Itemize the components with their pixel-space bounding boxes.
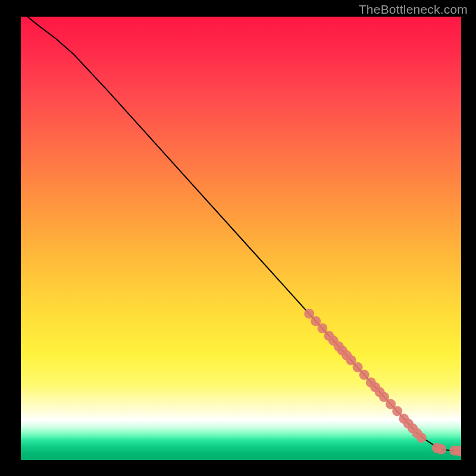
data-markers bbox=[304, 309, 461, 456]
plot-area bbox=[21, 17, 461, 460]
data-marker bbox=[436, 444, 446, 455]
data-marker bbox=[416, 433, 427, 443]
chart-container: TheBottleneck.com bbox=[0, 0, 476, 476]
chart-overlay bbox=[21, 17, 461, 460]
watermark-text: TheBottleneck.com bbox=[359, 2, 468, 17]
curve-line bbox=[27, 17, 459, 451]
